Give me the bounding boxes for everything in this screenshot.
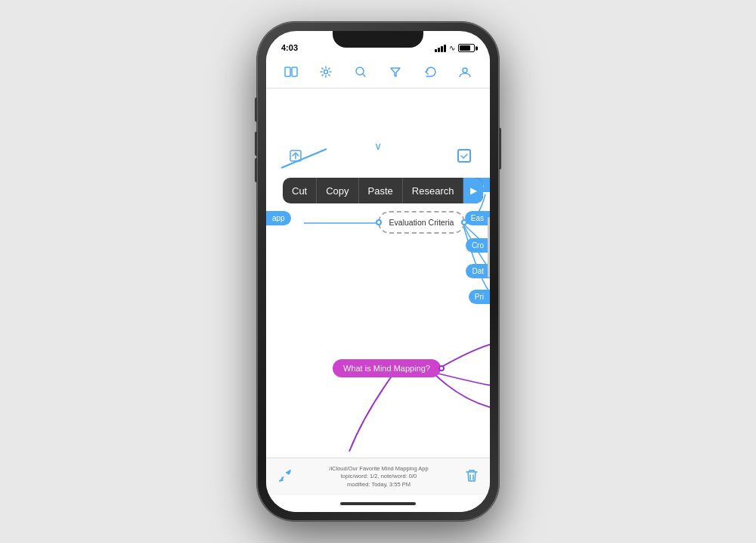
purple-right-connector <box>438 365 445 371</box>
svg-point-4 <box>463 68 467 73</box>
profile-icon[interactable] <box>454 61 476 82</box>
what-is-mind-mapping-node[interactable]: What is Mind Mapping? <box>333 359 441 377</box>
undo-icon[interactable] <box>420 61 441 82</box>
search-icon[interactable] <box>350 61 371 82</box>
expand-icon[interactable] <box>289 149 302 166</box>
notch <box>333 31 423 48</box>
svg-rect-1 <box>292 67 297 76</box>
wifi-icon: ∿ <box>449 44 455 52</box>
copy-button[interactable]: Copy <box>317 178 358 203</box>
paste-button[interactable]: Paste <box>359 178 403 203</box>
research-button[interactable]: Research <box>403 178 464 203</box>
filter-icon[interactable] <box>385 61 406 82</box>
eas-node[interactable]: Eas <box>465 211 490 225</box>
scrollbar[interactable] <box>488 217 490 278</box>
context-menu: Cut Copy Paste Research ▶ <box>283 178 483 203</box>
cro-node[interactable]: Cro <box>466 238 490 253</box>
expand-arrows-icon[interactable] <box>278 469 292 486</box>
bottom-info: /iCloud/Our Favorite Mind Mapping App to… <box>329 465 428 489</box>
evaluation-criteria-node[interactable]: Evaluation Criteria <box>378 211 465 234</box>
checkbox-icon[interactable] <box>457 149 471 163</box>
more-options-button[interactable]: ▶ <box>463 178 483 203</box>
gear-icon[interactable] <box>315 61 336 82</box>
svg-rect-0 <box>285 67 290 76</box>
svg-point-2 <box>324 70 328 73</box>
pri-node[interactable]: Pri <box>469 290 490 304</box>
bottom-bar: /iCloud/Our Favorite Mind Mapping App to… <box>266 458 490 495</box>
app-node[interactable]: app <box>266 211 291 225</box>
status-time: 4:03 <box>281 43 298 52</box>
cut-button[interactable]: Cut <box>283 178 317 203</box>
left-connector <box>376 219 382 225</box>
signal-icon <box>435 45 446 52</box>
status-icons: ∿ <box>435 44 475 52</box>
home-bar <box>266 495 490 512</box>
book-icon[interactable] <box>280 61 302 82</box>
dat-node[interactable]: Dat <box>466 264 490 278</box>
home-indicator[interactable] <box>340 502 416 505</box>
battery-icon <box>458 44 475 52</box>
canvas-area: ∨ Cut Copy Paste Research ▶ <box>266 88 490 458</box>
chevron-down-icon: ∨ <box>374 140 382 152</box>
toolbar <box>266 55 490 88</box>
phone-frame: 4:03 ∿ <box>257 22 499 521</box>
phone-screen: 4:03 ∿ <box>266 31 490 512</box>
trash-icon[interactable] <box>466 469 478 486</box>
